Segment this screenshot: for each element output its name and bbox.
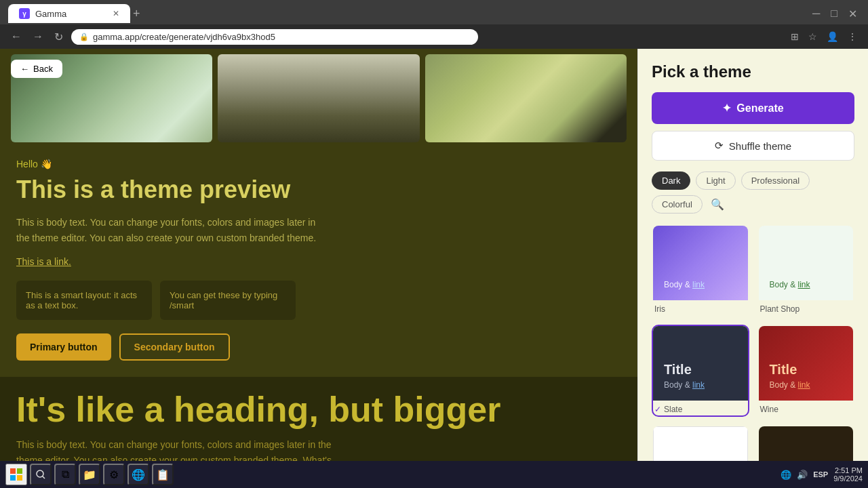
- shuffle-button-label: Shuffle theme: [729, 140, 791, 152]
- plant-shop-theme-name: Plant Shop: [759, 300, 854, 315]
- generate-button[interactable]: ✦ Generate: [652, 92, 854, 124]
- slate-title: Title: [664, 362, 737, 378]
- forward-nav-button[interactable]: →: [30, 28, 46, 45]
- theme-card-plant-shop[interactable]: Body & link Plant Shop: [757, 224, 855, 317]
- close-button[interactable]: ✕: [846, 5, 860, 23]
- taskbar-clock: 2:51 PM 9/9/2024: [833, 466, 863, 483]
- maximize-button[interactable]: □: [828, 5, 840, 23]
- preview-main-heading: This is a theme preview: [16, 175, 621, 204]
- new-tab-button[interactable]: +: [133, 7, 140, 21]
- wine-link: link: [798, 380, 810, 390]
- browser-chrome: γ Gamma ✕ + ─ □ ✕ ← → ↻ 🔒 gamma.app/crea…: [0, 0, 868, 49]
- theme-card-wine[interactable]: Title Body & link Wine: [757, 325, 855, 417]
- svg-rect-0: [10, 468, 16, 474]
- theme-card-wine-preview: Title Body & link: [759, 326, 854, 401]
- back-arrow-icon: ←: [20, 64, 29, 74]
- preview-image-2: [218, 54, 419, 142]
- primary-button[interactable]: Primary button: [16, 333, 111, 361]
- theme-panel: Pick a theme ✦ Generate ⟳ Shuffle theme …: [637, 49, 868, 488]
- bookmark-button[interactable]: ☆: [806, 28, 820, 45]
- theme-card-slate[interactable]: Title Body & link ✓ Slate: [652, 325, 749, 417]
- generate-icon: ✦: [722, 102, 731, 115]
- profile-button[interactable]: 👤: [824, 28, 841, 45]
- address-bar[interactable]: 🔒 gamma.app/create/generate/vjdh6va9bx3h…: [71, 29, 478, 45]
- theme-card-iris-preview: Body & link: [653, 226, 748, 300]
- taskbar-file-explorer-button[interactable]: 📁: [79, 464, 100, 485]
- filter-tabs: Dark Light Professional Colorful 🔍: [652, 171, 854, 214]
- preview-link[interactable]: This is a link.: [16, 256, 621, 267]
- address-text: gamma.app/create/generate/vjdh6va9bx3hod…: [93, 32, 275, 42]
- iris-body-text: Body & link: [664, 280, 737, 289]
- taskbar-language: ESP: [813, 470, 828, 479]
- theme-card-plant-shop-preview: Body & link: [759, 226, 854, 300]
- taskbar-date: 9/9/2024: [833, 474, 863, 483]
- svg-line-5: [43, 476, 45, 479]
- generate-button-label: Generate: [736, 102, 783, 115]
- taskbar-task-view-button[interactable]: ⧉: [54, 464, 76, 485]
- tab-title: Gamma: [35, 9, 66, 19]
- back-button[interactable]: ← Back: [11, 60, 62, 78]
- wine-body-text: Body & link: [770, 380, 843, 390]
- taskbar-settings-button[interactable]: ⚙: [103, 464, 125, 485]
- menu-button[interactable]: ⋮: [845, 28, 860, 45]
- preview-body-text: This is body text. You can change your f…: [16, 215, 328, 245]
- plant-shop-label: Plant Shop: [760, 304, 800, 314]
- filter-tab-colorful[interactable]: Colorful: [652, 195, 703, 214]
- taskbar-teams-button[interactable]: 📋: [152, 464, 174, 485]
- iris-label: Iris: [654, 304, 665, 314]
- tab-favicon: γ: [19, 8, 30, 19]
- browser-nav-bar: ← → ↻ 🔒 gamma.app/create/generate/vjdh6v…: [0, 24, 868, 49]
- extensions-button[interactable]: ⊞: [788, 28, 802, 45]
- wine-title: Title: [770, 362, 843, 378]
- slate-theme-name: ✓ Slate: [653, 401, 748, 415]
- smart-layout-boxes: This is a smart layout: it acts as a tex…: [16, 281, 621, 320]
- taskbar-network-icon: 🌐: [781, 470, 791, 480]
- plant-shop-body-text: Body & link: [770, 280, 843, 289]
- svg-rect-2: [10, 475, 16, 481]
- button-row: Primary button Secondary button: [16, 333, 621, 361]
- theme-grid: Body & link Iris Body & link Plant Shop …: [652, 224, 854, 488]
- taskbar-browser-button[interactable]: 🌐: [127, 464, 149, 485]
- back-button-label: Back: [33, 64, 53, 74]
- filter-tab-professional[interactable]: Professional: [741, 171, 810, 190]
- taskbar-volume-icon: 🔊: [797, 470, 808, 480]
- browser-titlebar: γ Gamma ✕ + ─ □ ✕: [0, 0, 868, 24]
- taskbar-system-tray: 🌐 🔊 ESP 2:51 PM 9/9/2024: [781, 466, 863, 483]
- taskbar-search-button[interactable]: [30, 464, 52, 485]
- slate-label: Slate: [664, 405, 682, 414]
- big-heading: It's like a heading, but bigger: [16, 390, 621, 429]
- smart-box-1: This is a smart layout: it acts as a tex…: [16, 281, 152, 320]
- wine-label: Wine: [760, 405, 778, 414]
- smart-box-2: You can get these by typing /smart: [160, 281, 296, 320]
- theme-card-slate-preview: Title Body & link: [653, 326, 748, 401]
- address-lock-icon: 🔒: [79, 33, 89, 41]
- iris-theme-name: Iris: [653, 300, 748, 315]
- shuffle-button[interactable]: ⟳ Shuffle theme: [652, 131, 854, 161]
- taskbar-start-button[interactable]: [5, 464, 27, 485]
- back-nav-button[interactable]: ←: [8, 28, 24, 45]
- minimize-button[interactable]: ─: [810, 5, 823, 23]
- iris-link: link: [692, 280, 705, 289]
- taskbar-time: 2:51 PM: [833, 466, 863, 474]
- slate-link: link: [692, 380, 705, 390]
- theme-search-button[interactable]: 🔍: [708, 195, 727, 214]
- slate-selected-icon: ✓: [654, 405, 661, 414]
- secondary-button[interactable]: Secondary button: [119, 333, 230, 361]
- theme-panel-title: Pick a theme: [652, 62, 854, 81]
- svg-rect-1: [17, 468, 22, 474]
- browser-tab[interactable]: γ Gamma ✕: [8, 4, 130, 23]
- taskbar: ⧉ 📁 ⚙ 🌐 📋 🌐 🔊 ESP 2:51 PM 9/9/2024: [0, 461, 868, 488]
- shuffle-icon: ⟳: [715, 140, 724, 152]
- filter-tab-light[interactable]: Light: [696, 171, 735, 190]
- wine-theme-name: Wine: [759, 401, 854, 415]
- hello-label: Hello 👋: [16, 159, 621, 169]
- preview-content: Hello 👋 This is a theme preview This is …: [0, 142, 637, 361]
- filter-tab-dark[interactable]: Dark: [652, 171, 690, 190]
- slate-body-text: Body & link: [664, 380, 737, 390]
- preview-image-3: [425, 54, 627, 142]
- nav-actions: ⊞ ☆ 👤 ⋮: [788, 28, 860, 45]
- tab-close-button[interactable]: ✕: [113, 9, 119, 18]
- plant-shop-link: link: [798, 280, 810, 289]
- theme-card-iris[interactable]: Body & link Iris: [652, 224, 749, 317]
- reload-button[interactable]: ↻: [52, 28, 66, 46]
